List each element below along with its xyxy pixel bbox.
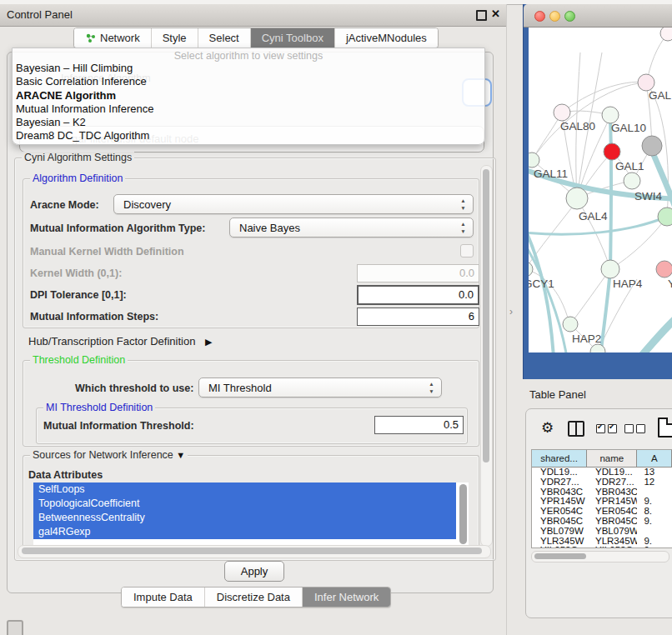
gear-icon[interactable]: ⚙ [541, 419, 554, 436]
mi-algorithm-type-combo[interactable]: Naive Bayes ▲▼ [229, 218, 474, 238]
data-attribute-item[interactable]: TopologicalCoefficient [33, 497, 456, 511]
network-node-label: GAL4 [579, 210, 608, 222]
node-table[interactable]: shared...nameA YDL19...YDL19...13YDR27..… [531, 449, 672, 548]
float-panel-icon[interactable] [476, 10, 487, 21]
table-cell: YLR345W [587, 537, 637, 547]
list-scrollbar[interactable] [459, 484, 467, 544]
hub-definition-label: Hub/Transcription Factor Definition [28, 335, 195, 348]
network-node-gcy1[interactable] [529, 262, 533, 277]
tab-discretize-data[interactable]: Discretize Data [204, 588, 302, 607]
apply-button[interactable]: Apply [224, 561, 284, 582]
table-header-row: shared...nameA [532, 450, 672, 468]
network-node[interactable] [660, 28, 672, 41]
network-node[interactable] [642, 136, 662, 156]
tab-impute-data[interactable]: Impute Data [122, 588, 204, 607]
splitter-handle[interactable]: › [509, 306, 513, 318]
table-header-cell[interactable]: shared... [532, 450, 587, 468]
close-window-icon[interactable] [534, 11, 545, 22]
table-row[interactable]: YBL079WYBL079W [532, 527, 672, 537]
mi-steps-label: Mutual Information Steps: [30, 311, 158, 322]
table-horizontal-scrollbar[interactable] [531, 551, 669, 562]
tab-select[interactable]: Select [198, 28, 250, 48]
table-row[interactable]: YLR345WYLR345W9. [532, 537, 672, 547]
mi-threshold-field[interactable]: 0.5 [374, 416, 464, 434]
table-header-cell[interactable]: name [587, 450, 637, 468]
table-row[interactable]: YER054CYER054C8. [532, 507, 672, 517]
data-attribute-item[interactable]: BetweennessCentrality [33, 511, 456, 525]
network-node-gal10[interactable] [602, 107, 619, 123]
tab-infer-network[interactable]: Infer Network [302, 588, 390, 607]
control-panel-window: Control Panel ✕ Network Style Select Cyn… [0, 4, 507, 635]
algorithm-option[interactable]: Bayesian – Hill Climbing [13, 62, 484, 75]
sources-group-label: Sources for Network Inference [33, 449, 173, 461]
data-attribute-item[interactable]: SelfLoops [33, 482, 456, 497]
checked-rows-icon-2[interactable]: ✔ [608, 424, 617, 433]
algorithm-dropdown-popup: Select algorithm to view settings Bayesi… [12, 48, 485, 145]
data-attribute-item[interactable]: gal4RGexp [33, 525, 456, 539]
tab-cyni-toolbox-label: Cyni Toolbox [262, 32, 323, 44]
data-attributes-list[interactable]: SelfLoopsTopologicalCoefficientBetweenne… [33, 482, 469, 549]
aracne-mode-combo[interactable]: Discovery ▲▼ [113, 194, 474, 214]
network-node-gal11[interactable] [529, 152, 539, 168]
table-row[interactable]: YPR145WYPR145W9. [532, 497, 672, 507]
network-canvas[interactable]: GALGAL80GAL10GAL11GAL1SWI4GAL4GCY1HAP4YH… [529, 28, 672, 352]
network-node-hap2[interactable] [563, 317, 578, 332]
network-edge[interactable] [562, 82, 646, 112]
network-edge[interactable] [610, 119, 611, 269]
checked-rows-icon[interactable]: ✔ [596, 424, 605, 433]
which-threshold-combo[interactable]: MI Threshold ▲▼ [198, 378, 442, 398]
document-icon[interactable] [658, 418, 672, 438]
table-row[interactable]: YIL052CYIL052C9 [532, 546, 672, 548]
algorithm-option[interactable]: Basic Correlation Inference [13, 75, 484, 88]
table-header-cell[interactable]: A [637, 450, 672, 468]
network-node-gal[interactable] [638, 74, 654, 91]
table-row[interactable]: YDL19...YDL19...13 [532, 468, 672, 478]
table-row[interactable]: YBR043CYBR043C [532, 488, 672, 498]
settings-vertical-scrollbar[interactable] [480, 165, 493, 547]
mi-steps-field[interactable]: 6 [357, 308, 479, 326]
network-node-y[interactable] [656, 261, 672, 278]
table-cell: YPR145W [532, 497, 587, 507]
algorithm-option[interactable]: Bayesian – K2 [13, 116, 484, 129]
tab-style[interactable]: Style [151, 28, 198, 48]
unchecked-rows-icon[interactable] [624, 424, 634, 433]
table-body: YDL19...YDL19...13YDR27...YDR27...12YBR0… [532, 468, 672, 548]
manual-kernel-width-checkbox[interactable] [460, 244, 474, 258]
cyni-algorithm-settings-group: Cyni Algorithm Settings Algorithm Defini… [14, 158, 496, 561]
tab-select-label: Select [209, 32, 239, 44]
dock-panel-icon[interactable] [7, 620, 23, 635]
network-node-gal1[interactable] [604, 143, 620, 160]
network-edge[interactable] [630, 316, 672, 352]
network-node-gal4[interactable] [566, 188, 588, 209]
minimize-window-icon[interactable] [549, 11, 560, 22]
network-edge[interactable] [600, 269, 610, 352]
table-row[interactable]: YBR045CYBR045C9. [532, 517, 672, 527]
table-cell: 13 [637, 468, 672, 478]
aracne-mode-label: Aracne Mode: [30, 199, 99, 211]
network-window-titlebar[interactable] [524, 4, 672, 28]
table-cell: YBL079W [532, 527, 587, 537]
combo-spinner-icon: ▲▼ [459, 221, 467, 235]
network-node-hap4[interactable] [601, 260, 619, 278]
tab-cyni-toolbox[interactable]: Cyni Toolbox [250, 28, 334, 48]
algorithm-option[interactable]: ARACNE Algorithm [13, 89, 484, 102]
tab-jactivemnodules[interactable]: jActiveMNodules [334, 28, 438, 48]
kernel-width-field[interactable]: 0.0 [357, 264, 479, 282]
unchecked-rows-icon-2[interactable] [636, 424, 645, 433]
network-node[interactable] [658, 208, 672, 226]
zoom-window-icon[interactable] [564, 11, 575, 22]
hub-definition-toggle[interactable]: Hub/Transcription Factor Definition ▶ [28, 335, 212, 348]
sources-group-title[interactable]: Sources for Network Inference ▼ [30, 449, 188, 461]
close-panel-icon[interactable]: ✕ [491, 8, 500, 20]
dpi-tolerance-field[interactable]: 0.0 [357, 285, 479, 305]
network-node-gal80[interactable] [554, 104, 570, 121]
table-row[interactable]: YDR27...YDR27...12 [532, 478, 672, 488]
column-layout-icon[interactable] [568, 421, 584, 437]
tab-network[interactable]: Network [74, 28, 151, 48]
settings-horizontal-scrollbar[interactable] [18, 545, 491, 558]
network-node-swi4[interactable] [624, 172, 640, 189]
algorithm-option[interactable]: Dream8 DC_TDC Algorithm [13, 129, 484, 142]
control-panel-title: Control Panel [7, 8, 73, 21]
algorithm-option[interactable]: Mutual Information Inference [13, 102, 484, 116]
network-node-label: GAL1 [615, 160, 644, 172]
